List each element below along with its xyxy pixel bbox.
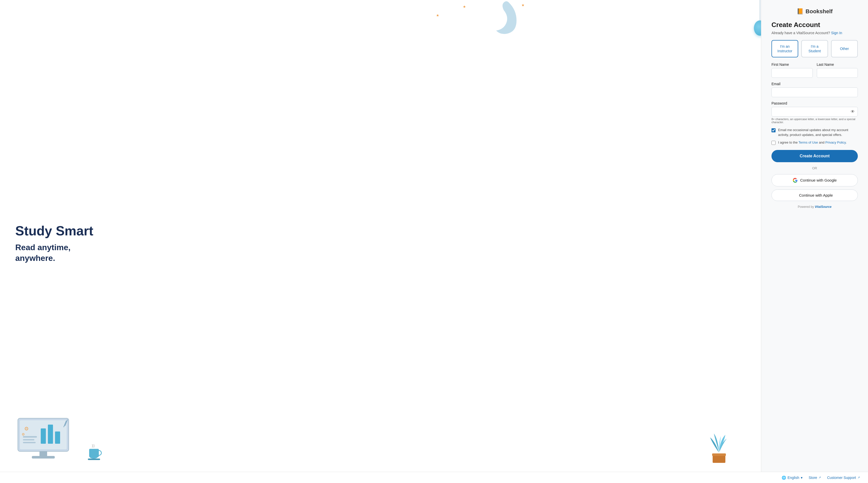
svg-rect-7 (23, 442, 36, 443)
password-input[interactable] (772, 107, 858, 117)
signin-prompt: Already have a VitalSource Account? Sign… (772, 31, 858, 35)
language-label: English (787, 476, 799, 480)
brand-header: 📙 Bookshelf (772, 8, 858, 15)
lantern-decoration (754, 0, 761, 36)
bottom-bar: 🌐 English ▾ Store ↗ Customer Support ↗ (0, 472, 868, 483)
brand-icon: 📙 (797, 8, 804, 15)
hero-title: Study Smart (15, 224, 746, 238)
create-account-button[interactable]: Create Account (772, 150, 858, 162)
email-label: Email (772, 82, 858, 86)
external-link-icon: ↗ (858, 476, 860, 479)
terms-checkbox[interactable] (772, 141, 776, 145)
password-wrapper: 👁 (772, 107, 858, 117)
globe-icon: 🌐 (782, 476, 786, 480)
form-title: Create Account (772, 21, 858, 29)
svg-text:⚙: ⚙ (22, 432, 25, 436)
svg-rect-3 (48, 425, 53, 444)
left-panel: ★ ★ ★ Study Smart Read anytime,anywhere. (0, 0, 761, 472)
email-updates-checkbox[interactable] (772, 128, 776, 132)
apple-button-label: Continue with Apple (799, 193, 833, 197)
role-student-button[interactable]: I'm aStudent (801, 40, 828, 57)
role-other-button[interactable]: Other (831, 40, 858, 57)
password-group: Password 👁 8+ characters, an uppercase l… (772, 101, 858, 124)
apple-signin-button[interactable]: Continue with Apple (772, 190, 858, 201)
brand-name: Bookshelf (806, 8, 833, 15)
store-link[interactable]: Store ↗ (809, 476, 821, 480)
svg-rect-6 (23, 439, 34, 441)
support-label: Customer Support (827, 476, 856, 480)
language-selector[interactable]: 🌐 English ▾ (782, 476, 803, 480)
svg-rect-8 (39, 451, 47, 456)
name-fields-row: First Name Last Name (772, 62, 858, 78)
svg-rect-5 (23, 436, 37, 437)
svg-rect-2 (41, 428, 46, 444)
terms-label[interactable]: I agree to the Terms of Use and Privacy … (778, 140, 847, 145)
password-hint: 8+ characters, an uppercase letter, a lo… (772, 118, 858, 124)
right-panel: 📙 Bookshelf Create Account Already have … (761, 0, 868, 472)
customer-support-link[interactable]: Customer Support ↗ (827, 476, 860, 480)
svg-rect-9 (32, 456, 55, 458)
svg-text:⚙: ⚙ (24, 426, 29, 431)
password-label: Password (772, 101, 858, 105)
email-updates-group: Email me occasional updates about my acc… (772, 128, 858, 137)
moon-icon (489, 0, 519, 36)
last-name-label: Last Name (817, 62, 858, 66)
or-divider: OR (772, 166, 858, 170)
bottom-illustration: ⚙ ⚙ (10, 413, 751, 461)
star-icon: ★ (436, 13, 439, 17)
last-name-input[interactable] (817, 68, 858, 78)
moon-decoration: ★ ★ ★ (228, 0, 761, 41)
role-selector: I'm anInstructor I'm aStudent Other (772, 40, 858, 57)
star-icon: ★ (521, 3, 525, 7)
google-button-label: Continue with Google (800, 178, 837, 182)
chevron-down-icon: ▾ (801, 476, 803, 480)
coffee-cup-illustration (87, 444, 102, 461)
signin-link[interactable]: Sign In (831, 31, 842, 35)
privacy-policy-link[interactable]: Privacy Policy (826, 141, 846, 144)
store-label: Store (809, 476, 817, 480)
hero-subtitle: Read anytime,anywhere. (15, 242, 746, 263)
email-input[interactable] (772, 87, 858, 97)
toggle-password-icon[interactable]: 👁 (851, 109, 855, 114)
google-icon (793, 178, 798, 183)
svg-rect-17 (712, 453, 726, 456)
email-updates-label[interactable]: Email me occasional updates about my acc… (778, 128, 858, 137)
hero-text: Study Smart Read anytime,anywhere. (15, 224, 746, 263)
svg-rect-15 (88, 458, 100, 460)
svg-rect-14 (89, 449, 99, 457)
last-name-group: Last Name (817, 62, 858, 78)
first-name-input[interactable] (772, 68, 813, 78)
svg-rect-4 (55, 431, 60, 444)
powered-by: Powered by VitalSource (772, 205, 858, 208)
computer-illustration: ⚙ ⚙ (10, 413, 82, 461)
external-link-icon: ↗ (818, 476, 821, 479)
first-name-group: First Name (772, 62, 813, 78)
terms-of-use-link[interactable]: Terms of Use (799, 141, 818, 144)
terms-group: I agree to the Terms of Use and Privacy … (772, 140, 858, 145)
star-icon: ★ (463, 5, 466, 9)
first-name-label: First Name (772, 62, 813, 66)
role-instructor-button[interactable]: I'm anInstructor (772, 40, 798, 57)
plant-illustration (708, 423, 731, 464)
email-group: Email (772, 82, 858, 97)
google-signin-button[interactable]: Continue with Google (772, 174, 858, 187)
